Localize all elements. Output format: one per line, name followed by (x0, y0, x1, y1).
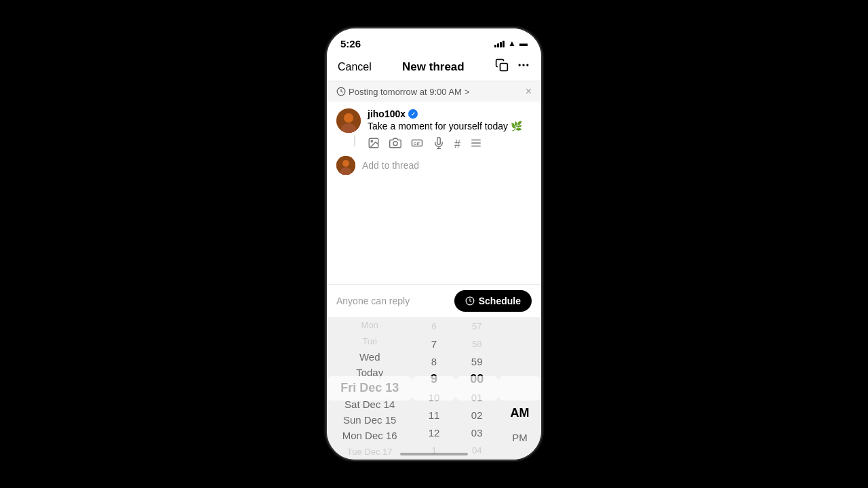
picker-minute-item[interactable]: 02 (456, 406, 498, 424)
reply-row: Anyone can reply Schedule (327, 284, 541, 317)
wifi-icon: ▲ (508, 39, 516, 48)
close-banner-button[interactable]: × (526, 85, 532, 98)
hashtag-icon[interactable]: # (454, 138, 460, 150)
svg-point-6 (344, 113, 353, 123)
post-username: jiho100x ✓ (368, 108, 532, 119)
hour-column[interactable]: 6 7 8 9 10 11 12 1 (412, 317, 455, 460)
cancel-button[interactable]: Cancel (338, 61, 372, 73)
svg-rect-0 (500, 64, 507, 71)
thread-area: jiho100x ✓ Take a moment for yourself to… (327, 102, 541, 186)
user-avatar-small (336, 156, 355, 175)
thread-line (354, 136, 355, 146)
phone-frame: 5:26 ▲ ▬ Cancel New thread (326, 27, 542, 461)
schedule-clock-icon (465, 296, 475, 306)
copy-icon[interactable] (495, 58, 509, 75)
gif-icon[interactable]: GIF (411, 137, 423, 152)
date-time-picker[interactable]: Mon Tue Wed Today Fri Dec 13 Sat Dec 14 … (327, 317, 541, 460)
schedule-banner-content: Posting tomorrow at 9:00 AM > (336, 87, 470, 97)
svg-point-10 (393, 142, 397, 146)
more-icon[interactable] (517, 58, 530, 75)
picker-hour-selected[interactable]: 9 (412, 371, 455, 388)
schedule-button[interactable]: Schedule (454, 290, 532, 312)
picker-minute-item[interactable]: 03 (456, 424, 498, 442)
svg-point-19 (342, 160, 349, 167)
chevron-icon: > (465, 87, 470, 97)
picker-minute-item[interactable]: 01 (456, 388, 498, 406)
media-icon[interactable] (368, 137, 380, 152)
picker-minute-item[interactable]: 57 (456, 317, 498, 335)
post-text: Take a moment for yourself today 🌿 (368, 121, 532, 131)
status-bar: 5:26 ▲ ▬ (327, 28, 541, 53)
post-toolbar: GIF # (368, 137, 532, 152)
picker-date-item[interactable]: Mon Dec 16 (327, 428, 412, 443)
picker-date-item[interactable]: Sun Dec 15 (327, 412, 412, 428)
thread-post: jiho100x ✓ Take a moment for yourself to… (336, 108, 532, 152)
picker-date-selected[interactable]: Fri Dec 13 (327, 380, 412, 396)
schedule-banner-text: Posting tomorrow at 9:00 AM (349, 87, 462, 97)
schedule-banner[interactable]: Posting tomorrow at 9:00 AM > × (327, 81, 541, 102)
picker-hour-item[interactable]: 8 (412, 353, 455, 371)
picker-hour-item[interactable]: 10 (412, 388, 455, 406)
picker-hour-item[interactable]: 12 (412, 424, 455, 442)
picker-date-item[interactable]: Wed (327, 349, 412, 365)
picker-hour-item[interactable]: 1 (412, 442, 455, 460)
picker-hour-item[interactable]: 7 (412, 335, 455, 352)
picker-date-item[interactable]: Tue Dec 17 (327, 444, 412, 460)
signal-icon (494, 39, 505, 47)
picker-am-selected[interactable]: AM (498, 401, 541, 425)
list-icon[interactable] (470, 137, 482, 152)
svg-point-9 (371, 140, 372, 142)
picker-minute-selected[interactable]: 00 (456, 371, 498, 388)
minute-column[interactable]: 57 58 59 00 01 02 03 04 (456, 317, 498, 460)
picker-date-item[interactable]: Mon (327, 317, 412, 333)
picker-date-item[interactable]: Sat Dec 14 (327, 396, 412, 412)
picker-columns: Mon Tue Wed Today Fri Dec 13 Sat Dec 14 … (327, 317, 541, 460)
status-time: 5:26 (340, 38, 361, 49)
mic-icon[interactable] (433, 137, 445, 152)
status-icons: ▲ ▬ (494, 39, 528, 48)
nav-actions (495, 58, 530, 75)
camera-icon[interactable] (389, 137, 401, 152)
picker-highlight (498, 376, 541, 401)
add-to-thread[interactable]: Add to thread (336, 152, 532, 179)
avatar (336, 108, 361, 133)
svg-text:GIF: GIF (414, 142, 420, 146)
picker-pm-item[interactable]: PM (498, 425, 541, 449)
picker-hour-item[interactable]: 6 (412, 317, 455, 335)
picker-hour-item[interactable]: 11 (412, 406, 455, 424)
home-indicator (400, 453, 468, 455)
picker-minute-item[interactable]: 04 (456, 442, 498, 460)
picker-date-item[interactable]: Tue (327, 333, 412, 348)
picker-minute-item[interactable]: 59 (456, 353, 498, 371)
svg-point-1 (523, 64, 524, 66)
date-column[interactable]: Mon Tue Wed Today Fri Dec 13 Sat Dec 14 … (327, 317, 412, 460)
svg-point-3 (519, 64, 520, 66)
verified-badge: ✓ (408, 109, 418, 119)
battery-icon: ▬ (519, 39, 528, 48)
meridiem-column[interactable]: AM PM (498, 317, 541, 460)
page-title: New thread (402, 60, 465, 74)
clock-icon (336, 87, 346, 96)
svg-point-2 (527, 64, 528, 66)
picker-minute-item[interactable]: 58 (456, 335, 498, 352)
picker-date-item[interactable]: Today (327, 365, 412, 380)
reply-label: Anyone can reply (336, 296, 410, 306)
nav-bar: Cancel New thread (327, 53, 541, 81)
add-thread-placeholder[interactable]: Add to thread (362, 160, 419, 171)
post-content: jiho100x ✓ Take a moment for yourself to… (368, 108, 532, 152)
